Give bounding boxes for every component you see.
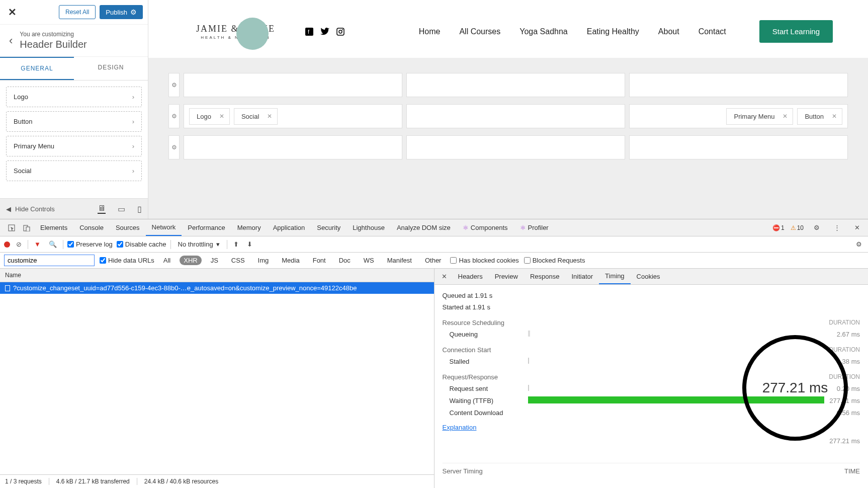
tab-headers[interactable]: Headers — [452, 269, 489, 284]
request-row[interactable]: ?customize_changeset_uuid=ad77d556-c159-… — [0, 282, 434, 294]
inspect-icon[interactable] — [4, 224, 19, 231]
instagram-icon[interactable] — [336, 28, 344, 36]
tab-memory[interactable]: Memory — [231, 220, 267, 235]
more-icon[interactable]: ⋮ — [830, 224, 844, 231]
hide-controls-button[interactable]: ◀ Hide Controls — [6, 205, 55, 213]
upload-icon[interactable]: ⬆ — [231, 240, 241, 248]
remove-icon[interactable]: ✕ — [267, 113, 272, 120]
builder-cell[interactable] — [629, 135, 848, 159]
builder-cell[interactable] — [184, 135, 402, 159]
preserve-log-checkbox[interactable]: Preserve log — [67, 240, 113, 248]
remove-icon[interactable]: ✕ — [832, 113, 837, 120]
publish-button[interactable]: Publish ⚙ — [100, 5, 143, 19]
explanation-link[interactable]: Explanation — [443, 424, 860, 431]
tab-design[interactable]: DESIGN — [74, 57, 148, 80]
throttling-select[interactable]: No throttling▾ — [175, 240, 223, 248]
tab-profiler[interactable]: ⚛Profiler — [514, 220, 555, 235]
filter-other[interactable]: Other — [421, 256, 446, 265]
tab-timing[interactable]: Timing — [599, 269, 631, 284]
tab-lighthouse[interactable]: Lighthouse — [346, 220, 391, 235]
element-social[interactable]: Social✕ — [234, 108, 278, 125]
item-social[interactable]: Social› — [6, 160, 142, 181]
twitter-icon[interactable] — [320, 28, 329, 36]
nav-eating[interactable]: Eating Healthy — [587, 27, 639, 36]
filter-font[interactable]: Font — [309, 256, 330, 265]
tablet-icon[interactable]: ▭ — [118, 204, 125, 214]
filter-input[interactable] — [4, 255, 95, 266]
close-detail-icon[interactable]: ✕ — [437, 273, 452, 280]
filter-manifest[interactable]: Manifest — [383, 256, 416, 265]
builder-cell[interactable]: Primary Menu✕ Button✕ — [629, 104, 848, 128]
warning-count[interactable]: ⚠10 — [791, 224, 804, 231]
tab-components[interactable]: ⚛Components — [457, 220, 514, 235]
remove-icon[interactable]: ✕ — [219, 113, 224, 120]
checkbox[interactable] — [100, 257, 106, 264]
tab-network[interactable]: Network — [146, 219, 182, 236]
back-icon[interactable]: ‹ — [5, 34, 17, 47]
error-count[interactable]: ⛔1 — [772, 224, 785, 231]
filter-all[interactable]: All — [159, 256, 175, 265]
close-devtools-icon[interactable]: ✕ — [850, 224, 864, 231]
tab-console[interactable]: Console — [73, 220, 110, 235]
tab-preview[interactable]: Preview — [489, 269, 524, 284]
tab-initiator[interactable]: Initiator — [565, 269, 599, 284]
tab-general[interactable]: GENERAL — [0, 57, 74, 80]
checkbox[interactable] — [524, 257, 531, 264]
row-handle-icon[interactable]: ⚙ — [168, 104, 180, 128]
row-handle-icon[interactable]: ⚙ — [168, 135, 180, 159]
settings-icon[interactable]: ⚙ — [810, 224, 824, 231]
desktop-icon[interactable]: 🖥 — [98, 204, 106, 214]
nav-courses[interactable]: All Courses — [459, 27, 500, 36]
nav-contact[interactable]: Contact — [699, 27, 726, 36]
mobile-icon[interactable]: ▯ — [137, 204, 142, 214]
item-button[interactable]: Button› — [6, 111, 142, 132]
builder-cell[interactable] — [406, 135, 625, 159]
name-column-header[interactable]: Name — [0, 269, 434, 282]
builder-cell[interactable] — [184, 73, 402, 97]
element-button[interactable]: Button✕ — [797, 108, 842, 125]
checkbox[interactable] — [117, 241, 123, 248]
filter-doc[interactable]: Doc — [335, 256, 355, 265]
device-toggle-icon[interactable] — [19, 224, 34, 231]
blocked-requests-checkbox[interactable]: Blocked Requests — [524, 257, 585, 264]
filter-css[interactable]: CSS — [227, 256, 249, 265]
builder-cell[interactable] — [629, 73, 848, 97]
reset-all-button[interactable]: Reset All — [59, 5, 96, 19]
filter-icon[interactable]: ▼ — [32, 240, 43, 248]
facebook-icon[interactable]: f — [305, 28, 313, 36]
tab-performance[interactable]: Performance — [182, 220, 231, 235]
blocked-cookies-checkbox[interactable]: Has blocked cookies — [450, 257, 518, 264]
builder-cell[interactable] — [406, 73, 625, 97]
filter-xhr[interactable]: XHR — [180, 256, 201, 265]
tab-response[interactable]: Response — [524, 269, 566, 284]
tab-elements[interactable]: Elements — [34, 220, 73, 235]
item-primary-menu[interactable]: Primary Menu› — [6, 136, 142, 156]
search-icon[interactable]: 🔍 — [47, 240, 59, 248]
row-handle-icon[interactable]: ⚙ — [168, 73, 180, 97]
nav-home[interactable]: Home — [419, 27, 441, 36]
filter-media[interactable]: Media — [278, 256, 303, 265]
builder-cell[interactable]: Logo✕ Social✕ — [184, 104, 402, 128]
item-logo[interactable]: Logo› — [6, 87, 142, 107]
clear-icon[interactable]: ⊘ — [14, 240, 24, 248]
nav-about[interactable]: About — [658, 27, 679, 36]
cta-button[interactable]: Start Learning — [759, 20, 833, 43]
element-primary-menu[interactable]: Primary Menu✕ — [726, 108, 793, 125]
filter-ws[interactable]: WS — [360, 256, 378, 265]
download-icon[interactable]: ⬇ — [245, 240, 254, 248]
hide-data-urls-checkbox[interactable]: Hide data URLs — [100, 257, 154, 264]
nav-yoga[interactable]: Yoga Sadhna — [519, 27, 568, 36]
builder-cell[interactable] — [406, 104, 625, 128]
checkbox[interactable] — [450, 257, 457, 264]
settings-icon[interactable]: ⚙ — [854, 240, 864, 248]
remove-icon[interactable]: ✕ — [783, 113, 788, 120]
filter-js[interactable]: JS — [207, 256, 222, 265]
record-icon[interactable] — [4, 241, 10, 248]
tab-sources[interactable]: Sources — [110, 220, 146, 235]
element-logo[interactable]: Logo✕ — [189, 108, 230, 125]
tab-application[interactable]: Application — [267, 220, 311, 235]
tab-security[interactable]: Security — [311, 220, 346, 235]
disable-cache-checkbox[interactable]: Disable cache — [117, 240, 166, 248]
tab-analyze-dom[interactable]: Analyze DOM size — [391, 220, 457, 235]
filter-img[interactable]: Img — [254, 256, 273, 265]
